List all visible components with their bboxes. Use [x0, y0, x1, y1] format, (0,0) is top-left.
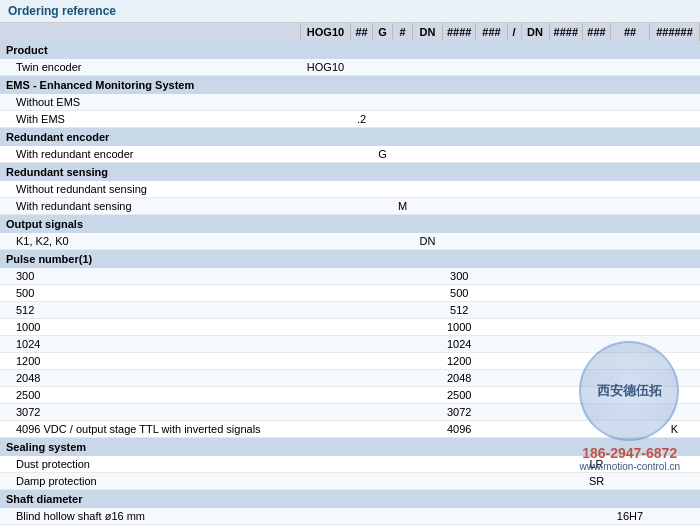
col-header-hash4: #### — [443, 23, 476, 41]
cell-label: 2048 — [0, 370, 301, 387]
cell-hash3 — [476, 198, 507, 215]
table-row: 30723072 — [0, 404, 700, 421]
cell-dn — [413, 370, 443, 387]
cell-hash4b — [549, 473, 582, 490]
cell-hash3 — [476, 302, 507, 319]
cell-hash3b — [583, 146, 611, 163]
cell-hash3 — [476, 336, 507, 353]
cell-hog10 — [301, 198, 351, 215]
cell-slash — [507, 198, 521, 215]
cell-label: Dust protection — [0, 456, 301, 473]
cell-hash2 — [351, 336, 373, 353]
cell-dn — [413, 508, 443, 525]
cell-hash2 — [351, 59, 373, 76]
cell-hash2 — [351, 181, 373, 198]
cell-dn2 — [521, 421, 549, 438]
cell-g — [373, 404, 393, 421]
section-title: Redundant encoder — [0, 128, 700, 147]
cell-slash — [507, 353, 521, 370]
cell-label: 1000 — [0, 319, 301, 336]
section-header-row: Product — [0, 41, 700, 59]
cell-hash3b — [583, 508, 611, 525]
cell-dn2 — [521, 387, 549, 404]
cell-dn2 — [521, 456, 549, 473]
cell-hash2b — [611, 336, 650, 353]
cell-hog10 — [301, 387, 351, 404]
cell-hash3 — [476, 370, 507, 387]
section-header-row: Sealing system — [0, 438, 700, 457]
scrollable-table[interactable]: HOG10 ## G # DN #### ### / DN #### ### #… — [0, 23, 700, 529]
cell-hash3b: SR — [583, 473, 611, 490]
cell-hash4b — [549, 94, 582, 111]
cell-dn — [413, 268, 443, 285]
cell-hash2b — [611, 404, 650, 421]
cell-dn2 — [521, 268, 549, 285]
cell-hash6 — [650, 94, 700, 111]
cell-dn — [413, 181, 443, 198]
cell-hog10 — [301, 146, 351, 163]
cell-hash2b — [611, 94, 650, 111]
page-container: Ordering reference HOG10 ## G # DN #### … — [0, 0, 700, 532]
cell-dn — [413, 525, 443, 530]
cell-hog10 — [301, 94, 351, 111]
cell-hash2b: 16H7 — [611, 508, 650, 525]
cell-hash6 — [650, 525, 700, 530]
cell-g — [373, 302, 393, 319]
cell-hash2 — [351, 508, 373, 525]
cell-hog10 — [301, 456, 351, 473]
cell-label: 300 — [0, 268, 301, 285]
cell-slash — [507, 404, 521, 421]
cell-hash4b — [549, 456, 582, 473]
cell-hog10 — [301, 421, 351, 438]
cell-hog10: HOG10 — [301, 59, 351, 76]
cell-hash1 — [393, 353, 413, 370]
cell-label: Blind hollow shaft ø16 mm — [0, 508, 301, 525]
cell-label: 3072 — [0, 404, 301, 421]
cell-hash4 — [443, 146, 476, 163]
cell-hash4b — [549, 285, 582, 302]
cell-hash4b — [549, 370, 582, 387]
cell-hash2 — [351, 233, 373, 250]
cell-hash3b — [583, 370, 611, 387]
cell-g — [373, 94, 393, 111]
cell-dn2 — [521, 285, 549, 302]
col-header-slash: / — [507, 23, 521, 41]
cell-hash3b — [583, 59, 611, 76]
cell-hash4b — [549, 59, 582, 76]
cell-hash4: 1000 — [443, 319, 476, 336]
cell-hash2b — [611, 353, 650, 370]
cell-hash6 — [650, 302, 700, 319]
cell-hash3 — [476, 233, 507, 250]
cell-dn2 — [521, 370, 549, 387]
cell-g — [373, 181, 393, 198]
cell-hash4b — [549, 111, 582, 128]
cell-hash2 — [351, 387, 373, 404]
cell-hog10 — [301, 302, 351, 319]
col-header-hash2b: ## — [611, 23, 650, 41]
cell-dn2 — [521, 59, 549, 76]
cell-dn — [413, 94, 443, 111]
cell-dn2 — [521, 508, 549, 525]
cell-hog10 — [301, 285, 351, 302]
cell-g — [373, 268, 393, 285]
cell-slash — [507, 370, 521, 387]
cell-hash2b — [611, 319, 650, 336]
cell-hash4b — [549, 198, 582, 215]
cell-slash — [507, 302, 521, 319]
cell-hash3b — [583, 111, 611, 128]
cell-hash4 — [443, 525, 476, 530]
cell-dn2 — [521, 302, 549, 319]
cell-g — [373, 336, 393, 353]
cell-dn2 — [521, 233, 549, 250]
cell-hash6 — [650, 319, 700, 336]
cell-hash4: 1024 — [443, 336, 476, 353]
cell-hash4b — [549, 268, 582, 285]
cell-label: 1200 — [0, 353, 301, 370]
cell-hash2b — [611, 268, 650, 285]
cell-slash — [507, 59, 521, 76]
cell-label: With EMS — [0, 111, 301, 128]
page-header: Ordering reference — [0, 0, 700, 23]
cell-slash — [507, 508, 521, 525]
cell-hash6 — [650, 285, 700, 302]
cell-dn — [413, 421, 443, 438]
